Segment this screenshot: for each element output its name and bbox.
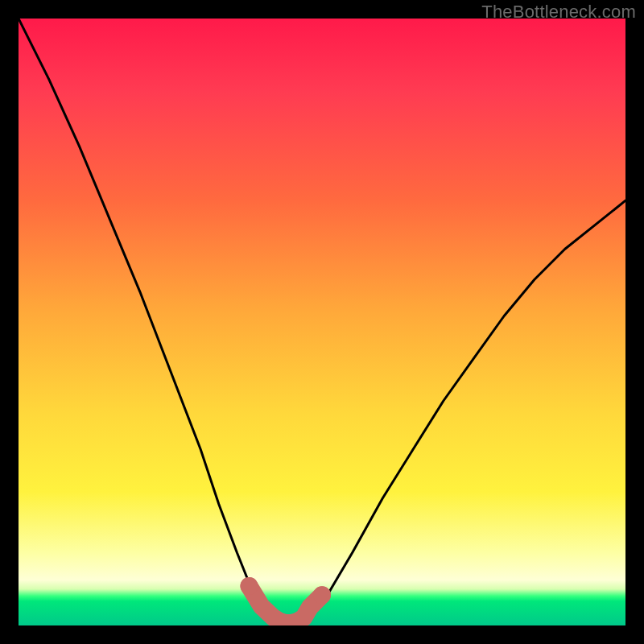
highlight-dot-left [241, 577, 258, 595]
bottom-highlight [250, 586, 323, 623]
chart-frame [19, 19, 625, 625]
bottleneck-curve [19, 19, 625, 622]
highlight-dot-right [313, 586, 331, 604]
watermark-text: TheBottleneck.com [481, 2, 636, 23]
curve-layer [19, 19, 625, 625]
